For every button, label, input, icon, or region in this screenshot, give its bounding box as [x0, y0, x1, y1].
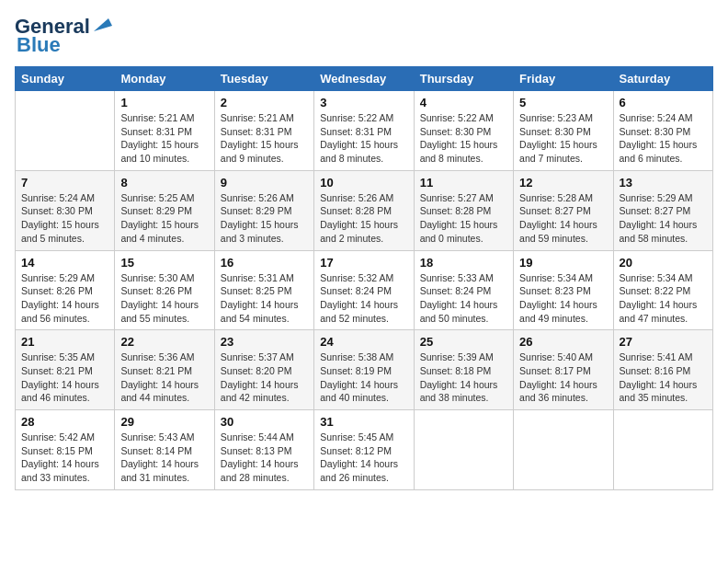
day-number: 5	[519, 96, 607, 109]
day-number: 27	[620, 335, 707, 349]
day-info: Sunrise: 5:42 AMSunset: 8:15 PMDaylight:…	[21, 431, 108, 485]
day-number: 13	[620, 176, 707, 190]
day-number: 25	[420, 335, 507, 349]
day-cell: 29Sunrise: 5:43 AMSunset: 8:14 PMDayligh…	[115, 410, 214, 490]
calendar-header-row: SundayMondayTuesdayWednesdayThursdayFrid…	[16, 67, 713, 91]
day-cell	[613, 410, 712, 490]
day-cell: 4Sunrise: 5:22 AMSunset: 8:30 PMDaylight…	[414, 91, 513, 171]
logo-icon	[92, 15, 112, 35]
logo-blue: Blue	[17, 33, 61, 57]
day-number: 12	[519, 176, 607, 190]
header-thursday: Thursday	[414, 67, 513, 91]
day-cell: 21Sunrise: 5:35 AMSunset: 8:21 PMDayligh…	[16, 330, 115, 410]
day-cell: 27Sunrise: 5:41 AMSunset: 8:16 PMDayligh…	[613, 330, 712, 410]
day-info: Sunrise: 5:26 AMSunset: 8:29 PMDaylight:…	[221, 191, 308, 246]
day-number: 1	[120, 96, 208, 109]
day-cell: 6Sunrise: 5:24 AMSunset: 8:30 PMDaylight…	[613, 91, 712, 171]
day-number: 2	[221, 96, 308, 109]
day-number: 10	[320, 176, 407, 190]
day-cell: 30Sunrise: 5:44 AMSunset: 8:13 PMDayligh…	[214, 410, 313, 490]
day-info: Sunrise: 5:39 AMSunset: 8:18 PMDaylight:…	[420, 350, 507, 405]
header-sunday: Sunday	[16, 67, 115, 91]
day-cell: 17Sunrise: 5:32 AMSunset: 8:24 PMDayligh…	[314, 250, 414, 330]
day-info: Sunrise: 5:35 AMSunset: 8:21 PMDaylight:…	[21, 350, 108, 405]
day-number: 7	[21, 176, 108, 190]
day-info: Sunrise: 5:21 AMSunset: 8:31 PMDaylight:…	[120, 111, 208, 166]
day-number: 8	[120, 176, 208, 190]
day-info: Sunrise: 5:24 AMSunset: 8:30 PMDaylight:…	[21, 191, 108, 246]
day-cell: 5Sunrise: 5:23 AMSunset: 8:30 PMDaylight…	[514, 91, 613, 171]
day-cell: 31Sunrise: 5:45 AMSunset: 8:12 PMDayligh…	[314, 410, 414, 490]
day-info: Sunrise: 5:24 AMSunset: 8:30 PMDaylight:…	[620, 111, 707, 166]
day-cell: 7Sunrise: 5:24 AMSunset: 8:30 PMDaylight…	[16, 170, 115, 250]
day-number: 21	[21, 335, 108, 349]
day-number: 3	[320, 96, 407, 109]
day-cell	[414, 410, 513, 490]
week-row-2: 7Sunrise: 5:24 AMSunset: 8:30 PMDaylight…	[16, 170, 713, 250]
day-cell: 1Sunrise: 5:21 AMSunset: 8:31 PMDaylight…	[115, 91, 214, 171]
day-info: Sunrise: 5:26 AMSunset: 8:28 PMDaylight:…	[320, 191, 407, 246]
day-number: 24	[320, 335, 407, 349]
day-info: Sunrise: 5:31 AMSunset: 8:25 PMDaylight:…	[221, 271, 308, 326]
day-number: 18	[420, 256, 507, 270]
header-wednesday: Wednesday	[314, 67, 414, 91]
week-row-5: 28Sunrise: 5:42 AMSunset: 8:15 PMDayligh…	[16, 410, 713, 490]
logo: General Blue	[15, 15, 112, 57]
header-saturday: Saturday	[613, 67, 712, 91]
day-cell: 9Sunrise: 5:26 AMSunset: 8:29 PMDaylight…	[214, 170, 313, 250]
day-cell: 8Sunrise: 5:25 AMSunset: 8:29 PMDaylight…	[115, 170, 214, 250]
day-number: 17	[320, 256, 407, 270]
week-row-4: 21Sunrise: 5:35 AMSunset: 8:21 PMDayligh…	[16, 330, 713, 410]
day-cell: 28Sunrise: 5:42 AMSunset: 8:15 PMDayligh…	[16, 410, 115, 490]
day-info: Sunrise: 5:36 AMSunset: 8:21 PMDaylight:…	[120, 350, 208, 405]
day-number: 29	[120, 415, 208, 429]
day-cell: 2Sunrise: 5:21 AMSunset: 8:31 PMDaylight…	[214, 91, 313, 171]
day-info: Sunrise: 5:23 AMSunset: 8:30 PMDaylight:…	[519, 111, 607, 166]
day-number: 23	[221, 335, 308, 349]
day-info: Sunrise: 5:37 AMSunset: 8:20 PMDaylight:…	[221, 350, 308, 405]
day-info: Sunrise: 5:38 AMSunset: 8:19 PMDaylight:…	[320, 350, 407, 405]
day-info: Sunrise: 5:43 AMSunset: 8:14 PMDaylight:…	[120, 431, 208, 485]
day-info: Sunrise: 5:41 AMSunset: 8:16 PMDaylight:…	[620, 350, 707, 405]
day-info: Sunrise: 5:44 AMSunset: 8:13 PMDaylight:…	[221, 431, 308, 485]
day-number: 31	[320, 415, 407, 429]
day-info: Sunrise: 5:40 AMSunset: 8:17 PMDaylight:…	[519, 350, 607, 405]
day-number: 15	[120, 256, 208, 270]
day-number: 14	[21, 256, 108, 270]
day-number: 4	[420, 96, 507, 109]
day-cell	[514, 410, 613, 490]
day-info: Sunrise: 5:34 AMSunset: 8:22 PMDaylight:…	[620, 271, 707, 326]
day-number: 11	[420, 176, 507, 190]
day-info: Sunrise: 5:21 AMSunset: 8:31 PMDaylight:…	[221, 111, 308, 166]
day-cell: 22Sunrise: 5:36 AMSunset: 8:21 PMDayligh…	[115, 330, 214, 410]
day-info: Sunrise: 5:27 AMSunset: 8:28 PMDaylight:…	[420, 191, 507, 246]
day-cell: 3Sunrise: 5:22 AMSunset: 8:31 PMDaylight…	[314, 91, 414, 171]
day-cell: 20Sunrise: 5:34 AMSunset: 8:22 PMDayligh…	[613, 250, 712, 330]
day-cell: 25Sunrise: 5:39 AMSunset: 8:18 PMDayligh…	[414, 330, 513, 410]
day-cell: 10Sunrise: 5:26 AMSunset: 8:28 PMDayligh…	[314, 170, 414, 250]
day-cell: 11Sunrise: 5:27 AMSunset: 8:28 PMDayligh…	[414, 170, 513, 250]
day-cell: 18Sunrise: 5:33 AMSunset: 8:24 PMDayligh…	[414, 250, 513, 330]
day-info: Sunrise: 5:22 AMSunset: 8:30 PMDaylight:…	[420, 111, 507, 166]
day-info: Sunrise: 5:33 AMSunset: 8:24 PMDaylight:…	[420, 271, 507, 326]
day-number: 20	[620, 256, 707, 270]
day-number: 26	[519, 335, 607, 349]
day-number: 22	[120, 335, 208, 349]
day-cell: 24Sunrise: 5:38 AMSunset: 8:19 PMDayligh…	[314, 330, 414, 410]
day-number: 30	[221, 415, 308, 429]
day-info: Sunrise: 5:30 AMSunset: 8:26 PMDaylight:…	[120, 271, 208, 326]
day-info: Sunrise: 5:29 AMSunset: 8:27 PMDaylight:…	[620, 191, 707, 246]
day-cell: 13Sunrise: 5:29 AMSunset: 8:27 PMDayligh…	[613, 170, 712, 250]
week-row-3: 14Sunrise: 5:29 AMSunset: 8:26 PMDayligh…	[16, 250, 713, 330]
day-number: 19	[519, 256, 607, 270]
calendar-table: SundayMondayTuesdayWednesdayThursdayFrid…	[15, 66, 713, 490]
day-cell	[16, 91, 115, 171]
day-info: Sunrise: 5:25 AMSunset: 8:29 PMDaylight:…	[120, 191, 208, 246]
day-info: Sunrise: 5:45 AMSunset: 8:12 PMDaylight:…	[320, 431, 407, 485]
day-cell: 16Sunrise: 5:31 AMSunset: 8:25 PMDayligh…	[214, 250, 313, 330]
week-row-1: 1Sunrise: 5:21 AMSunset: 8:31 PMDaylight…	[16, 91, 713, 171]
header-tuesday: Tuesday	[214, 67, 313, 91]
day-info: Sunrise: 5:32 AMSunset: 8:24 PMDaylight:…	[320, 271, 407, 326]
day-info: Sunrise: 5:22 AMSunset: 8:31 PMDaylight:…	[320, 111, 407, 166]
day-info: Sunrise: 5:34 AMSunset: 8:23 PMDaylight:…	[519, 271, 607, 326]
